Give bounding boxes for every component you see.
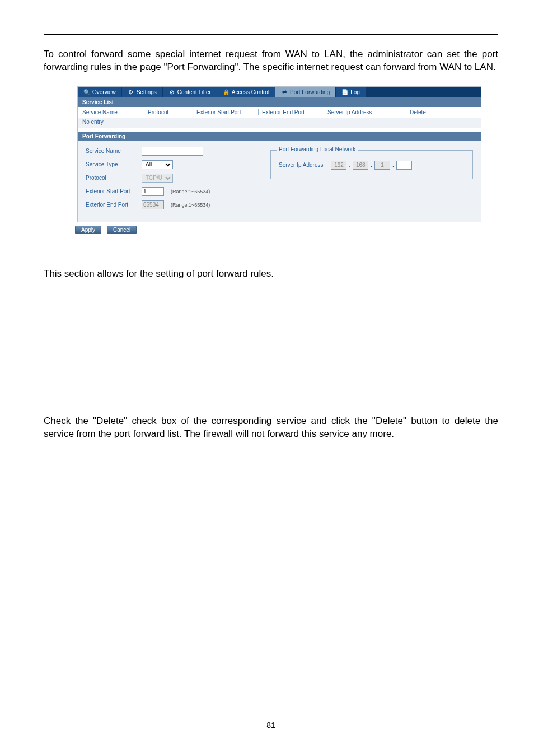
dot-icon: .	[392, 162, 394, 168]
label-service-name: Service Name	[86, 148, 142, 154]
tab-label: Port Forwarding	[290, 89, 330, 95]
service-list-header: Service List	[78, 97, 481, 107]
tab-log[interactable]: 📄 Log	[336, 87, 366, 97]
label-service-type: Service Type	[86, 161, 142, 167]
apply-button[interactable]: Apply	[75, 226, 101, 234]
hint-range-end: (Range:1~65534)	[171, 202, 210, 208]
dot-icon: .	[371, 162, 372, 168]
tab-access-control[interactable]: 🔒 Access Control	[217, 87, 275, 97]
port-forwarding-form: Service Name Service Type All Protocol T…	[78, 141, 481, 222]
label-server-ip: Server Ip Address	[279, 162, 323, 168]
tab-settings[interactable]: ⚙ Settings	[122, 87, 163, 97]
col-server-ip: Server Ip Address	[324, 109, 400, 115]
exchange-icon: ⇄	[281, 88, 288, 95]
hint-range-start: (Range:1~65534)	[171, 189, 210, 194]
ip-octet-3	[374, 161, 390, 170]
input-service-name[interactable]	[142, 147, 203, 156]
cancel-button[interactable]: Cancel	[107, 226, 137, 234]
input-ext-end	[142, 200, 164, 209]
gear-icon: ⚙	[128, 88, 134, 95]
tab-overview[interactable]: 🔍 Overview	[78, 87, 122, 97]
tab-bar: 🔍 Overview ⚙ Settings ⊘ Content Filter 🔒…	[78, 87, 481, 97]
select-service-type[interactable]: All	[142, 160, 173, 169]
label-protocol: Protocol	[86, 175, 142, 181]
label-ext-start: Exterior Start Port	[86, 188, 142, 194]
select-protocol: TCP/UDP	[142, 174, 173, 183]
log-icon: 📄	[341, 88, 348, 95]
page-number: 81	[44, 721, 498, 730]
lock-icon: 🔒	[223, 88, 229, 95]
col-delete: Delete	[406, 109, 443, 115]
tab-label: Settings	[137, 89, 157, 95]
ip-octet-4[interactable]	[396, 161, 412, 170]
screenshot-port-forwarding: 🔍 Overview ⚙ Settings ⊘ Content Filter 🔒…	[77, 86, 481, 222]
tab-label: Overview	[92, 89, 116, 95]
tab-content-filter[interactable]: ⊘ Content Filter	[163, 87, 217, 97]
fieldset-legend: Port Forwarding Local Network	[277, 146, 358, 152]
fieldset-local-network: Port Forwarding Local Network Server Ip …	[270, 150, 473, 179]
col-protocol: Protocol	[144, 109, 187, 115]
magnifier-icon: 🔍	[83, 88, 90, 95]
input-ext-start[interactable]	[142, 187, 164, 196]
paragraph-setting-rules: This section allows for the setting of p…	[44, 268, 498, 281]
port-forwarding-header: Port Forwarding	[78, 132, 481, 141]
col-ext-end: Exterior End Port	[258, 109, 318, 115]
col-service-name: Service Name	[82, 109, 138, 115]
service-list-columns: Service Name Protocol Exterior Start Por…	[78, 107, 481, 118]
dot-icon: .	[349, 162, 350, 168]
tab-label: Access Control	[232, 89, 269, 95]
intro-paragraph: To control forward some special internet…	[44, 48, 498, 74]
label-ext-end: Exterior End Port	[86, 202, 142, 208]
ip-octet-2	[353, 161, 368, 170]
filter-icon: ⊘	[168, 88, 175, 95]
tab-port-forwarding[interactable]: ⇄ Port Forwarding	[275, 87, 336, 97]
top-divider	[44, 34, 498, 35]
no-entry-row: No entry	[78, 118, 481, 128]
col-ext-start: Exterior Start Port	[193, 109, 252, 115]
tab-label: Log	[350, 89, 360, 95]
ip-octet-1	[331, 161, 346, 170]
tab-label: Content Filter	[177, 89, 211, 95]
paragraph-delete: Check the "Delete" check box of the corr…	[44, 415, 498, 441]
